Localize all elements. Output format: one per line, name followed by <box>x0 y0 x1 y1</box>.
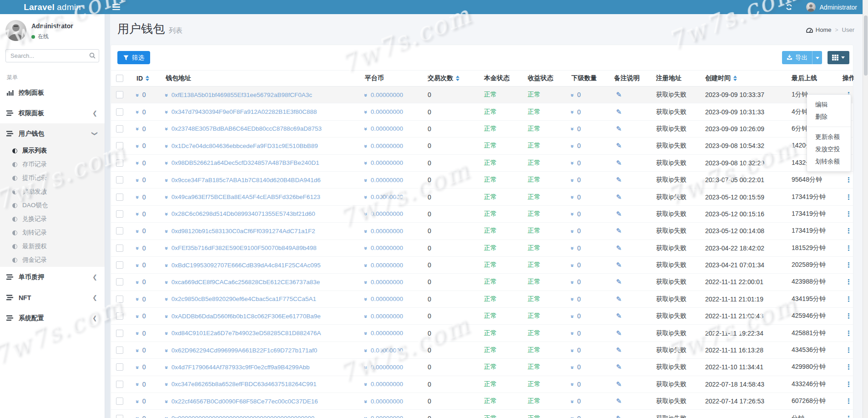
platform-coin-value[interactable]: 0.00000000 <box>371 398 403 405</box>
row-actions-kebab-icon[interactable]: ⋮ <box>845 193 852 201</box>
wallet-address-link[interactable]: 0x9cce34F7aB185c7ABA1b7C8140d620B4BDA941… <box>172 177 321 184</box>
sidebar-item-用户钱包[interactable]: 用户钱包❯ <box>0 123 105 144</box>
action-menu-item-编辑[interactable]: 编辑 <box>807 98 851 111</box>
platform-coin-value[interactable]: 0.00000000 <box>371 210 403 217</box>
row-actions-kebab-icon[interactable]: ⋮ <box>845 244 852 252</box>
edit-note-pencil-icon[interactable]: ✎ <box>616 125 622 133</box>
edit-note-pencil-icon[interactable]: ✎ <box>616 210 622 218</box>
row-actions-kebab-icon[interactable]: ⋮ <box>845 329 852 337</box>
row-actions-kebab-icon[interactable]: ⋮ <box>845 312 852 320</box>
wallet-address-link[interactable]: 0x1Dc7e04dc804636ebbcedeFa9FD31c9E510BbB… <box>172 143 318 149</box>
column-header-tx[interactable]: 交易次数 <box>424 74 480 82</box>
expand-icon[interactable]: ›› <box>363 93 369 96</box>
row-actions-kebab-icon[interactable]: ⋮ <box>845 295 852 303</box>
refresh-icon[interactable] <box>786 4 792 10</box>
sidebar-toggle-icon[interactable] <box>112 4 120 10</box>
expand-icon[interactable]: ›› <box>134 281 141 284</box>
sidebar-scrollbar[interactable] <box>105 14 110 418</box>
wallet-address-link[interactable]: 0x347d79430394F9e0F8Fa912A02282B1E3f80C8… <box>172 108 317 115</box>
row-checkbox[interactable] <box>116 398 123 405</box>
expand-icon[interactable]: ›› <box>569 332 576 335</box>
expand-icon[interactable]: ›› <box>363 127 369 130</box>
platform-coin-value[interactable]: 0.00000000 <box>371 262 403 269</box>
row-checkbox[interactable] <box>116 227 123 234</box>
wallet-address-link[interactable]: 0xFEf35b716dF382E590E9100F50070b849A89b4… <box>172 245 317 251</box>
row-checkbox[interactable] <box>116 330 123 337</box>
expand-icon[interactable]: ›› <box>134 383 141 386</box>
edit-note-pencil-icon[interactable]: ✎ <box>616 363 622 371</box>
row-actions-kebab-icon[interactable]: ⋮ <box>845 176 852 184</box>
column-header-id[interactable]: ID <box>133 75 162 82</box>
expand-icon[interactable]: ›› <box>134 349 141 352</box>
row-checkbox[interactable] <box>116 245 123 252</box>
edit-note-pencil-icon[interactable]: ✎ <box>616 142 622 150</box>
expand-icon[interactable]: ›› <box>569 383 576 386</box>
row-checkbox[interactable] <box>116 347 123 354</box>
expand-icon[interactable]: ›› <box>363 298 369 301</box>
sidebar-item-权限面板[interactable]: 权限面板❮ <box>0 103 105 123</box>
expand-icon[interactable]: ›› <box>569 162 576 164</box>
action-menu-item-发放空投[interactable]: 发放空投 <box>807 143 851 155</box>
expand-icon[interactable]: ›› <box>134 162 141 164</box>
expand-icon[interactable]: ›› <box>363 196 369 199</box>
expand-icon[interactable]: ›› <box>134 298 141 301</box>
edit-note-pencil-icon[interactable]: ✎ <box>616 397 622 405</box>
expand-icon[interactable]: ›› <box>163 145 170 148</box>
expand-icon[interactable]: ›› <box>163 349 170 352</box>
user-avatar[interactable] <box>806 2 816 12</box>
wallet-address-link[interactable]: 0xADDBb6DdaD560f6b0b1C8c062F306Ee61770Ba… <box>172 313 321 320</box>
edit-note-pencil-icon[interactable]: ✎ <box>616 108 622 116</box>
wallet-address-link[interactable]: 0xca669dCE8f9CACa6c256828CbE612CE36737a8… <box>172 279 320 285</box>
expand-icon[interactable]: ›› <box>569 349 576 352</box>
columns-toggle-button[interactable] <box>828 51 849 64</box>
sidebar-item-单币质押[interactable]: 单币质押❮ <box>0 267 105 287</box>
sidebar-item-系统配置[interactable]: 系统配置❮ <box>0 308 105 328</box>
expand-icon[interactable]: ›› <box>163 229 170 232</box>
expand-icon[interactable]: ›› <box>569 145 576 148</box>
expand-icon[interactable]: ›› <box>163 400 170 403</box>
expand-icon[interactable]: ›› <box>363 332 369 335</box>
row-actions-kebab-icon[interactable]: ⋮ <box>845 278 852 286</box>
sidebar-subitem-兑换记录[interactable]: 兑换记录 <box>0 212 105 226</box>
edit-note-pencil-icon[interactable]: ✎ <box>616 295 622 303</box>
expand-icon[interactable]: ›› <box>134 315 141 317</box>
wallet-address-link[interactable]: 0xd84C9101E2a6D7e7b49023eD58285C81D88247… <box>172 330 321 336</box>
wallet-address-link[interactable]: 0xd98120b91c583130C0aCf6Ff0391274AdC71a1… <box>172 228 315 234</box>
sort-icon[interactable] <box>733 76 737 81</box>
expand-icon[interactable]: ›› <box>163 162 170 164</box>
wallet-address-link[interactable]: 0xfE138A5b01bf469855Ef31ee56792aB98fCF0A… <box>172 92 312 98</box>
platform-coin-value[interactable]: 0.00000000 <box>371 347 403 354</box>
sidebar-subitem-奖励发放[interactable]: 奖励发放 <box>0 185 105 199</box>
expand-icon[interactable]: ›› <box>134 400 141 403</box>
row-actions-kebab-icon[interactable]: ⋮ <box>845 210 852 218</box>
page-scrollbar[interactable] <box>863 0 868 418</box>
row-actions-kebab-icon[interactable]: ⋮ <box>845 414 852 418</box>
expand-icon[interactable]: ›› <box>134 213 141 215</box>
expand-icon[interactable]: ›› <box>569 111 576 113</box>
expand-icon[interactable]: ›› <box>569 93 576 96</box>
sidebar-item-控制面板[interactable]: 控制面板 <box>0 82 105 103</box>
row-checkbox[interactable] <box>116 296 123 303</box>
expand-icon[interactable]: ›› <box>163 264 170 266</box>
search-icon[interactable] <box>89 52 96 59</box>
edit-note-pencil-icon[interactable]: ✎ <box>616 261 622 269</box>
sidebar-subitem-展示列表[interactable]: 展示列表 <box>0 144 105 158</box>
expand-icon[interactable]: ›› <box>363 366 369 369</box>
expand-icon[interactable]: ›› <box>569 178 576 181</box>
search-input[interactable] <box>5 49 99 62</box>
row-checkbox[interactable] <box>116 210 123 218</box>
sidebar-subitem-最新授权[interactable]: 最新授权 <box>0 240 105 253</box>
expand-icon[interactable]: ›› <box>363 229 369 232</box>
expand-icon[interactable]: ›› <box>163 383 170 386</box>
sidebar-subitem-提币记录[interactable]: 提币记录 <box>0 171 105 185</box>
platform-coin-value[interactable]: 0.00000000 <box>371 415 403 418</box>
expand-icon[interactable]: ›› <box>163 213 170 215</box>
platform-coin-value[interactable]: 0.00000000 <box>371 125 403 132</box>
platform-coin-value[interactable]: 0.00000000 <box>371 194 403 200</box>
expand-icon[interactable]: ›› <box>163 366 170 369</box>
expand-icon[interactable]: ›› <box>363 383 369 386</box>
platform-coin-value[interactable]: 0.00000000 <box>371 177 403 184</box>
expand-icon[interactable]: ›› <box>163 93 170 96</box>
breadcrumb-home[interactable]: Home <box>806 26 832 33</box>
row-checkbox[interactable] <box>116 194 123 201</box>
